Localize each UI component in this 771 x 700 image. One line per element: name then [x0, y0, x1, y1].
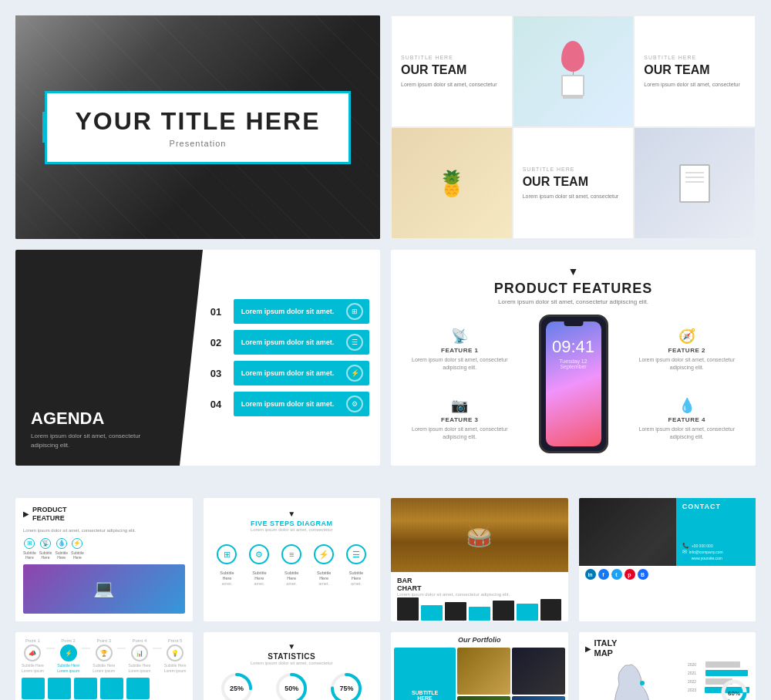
- sf-step-circle-5: ☰: [346, 544, 366, 564]
- pf-feature-1-desc: Lorem ipsum dolor sit amet, consectetur …: [406, 356, 513, 372]
- timeline-label-2: Point 2: [61, 638, 76, 643]
- phone-screen: 09:41 Tuesday 12 September: [546, 321, 601, 446]
- teal-bar-1: [22, 678, 45, 699]
- sf-product-desc: Lorem ipsum dolor sit amet, consectetur …: [23, 527, 185, 533]
- agenda-right-panel: 01 Lorem ipsum dolor sit amet. ⊞ 02 Lore…: [180, 250, 380, 466]
- sf-bar-1: [397, 597, 419, 621]
- agenda-left-panel: AGENDA Lorem ipsum dolor sit amet, conse…: [15, 250, 180, 466]
- sf-portfolio-title: Our Portfolio: [391, 632, 568, 648]
- timeline-label-5: Point 5: [168, 638, 183, 643]
- pf-header: ▼ PRODUCT FEATURES Lorem ipsum dolor sit…: [406, 265, 740, 305]
- stat-item-2: 50% Subtitle Here: [274, 671, 308, 700]
- sf-product-content: ▶ PRODUCTFEATURE Lorem ipsum dolor sit a…: [15, 498, 193, 621]
- pf-features-left: 📡 FEATURE 1 Lorem ipsum dolor sit amet, …: [406, 315, 513, 453]
- sf-step-label-3: SubtitleHereamet.: [278, 570, 305, 587]
- agenda-item-4: 04 Lorem ipsum dolor sit amet. ⚙: [210, 392, 369, 416]
- sf-map-title: ITALYMAP: [594, 638, 618, 658]
- sf-map-body: 2020 2021 2022 2023 Lorem ipsum dolor si…: [585, 661, 750, 700]
- sf-stats-header: ▼ STATISTICS Lorem ipsum dolor sit amet,…: [210, 638, 375, 665]
- sf-barchart-title: BARCHART: [397, 577, 562, 592]
- team-cell-3-text: SUBTITLE HERE OUR TEAM Lorem ipsum dolor…: [635, 16, 755, 126]
- stats-title: STATISTICS: [210, 652, 375, 661]
- stat-item-1: 25% Subtitle Here: [220, 671, 254, 700]
- sf-product-item-3-label: SubtitleHere: [55, 550, 68, 560]
- agenda-num-4: 04: [210, 399, 227, 410]
- stats-subtitle: Lorem ipsum dolor sit amet, consectetur: [210, 661, 375, 665]
- barchart-bg-icon: 🥁: [466, 523, 493, 548]
- slide-bar-chart: 🥁 BARCHART Lorem ipsum dolor sit amet, c…: [391, 498, 568, 621]
- facebook-icon: f: [598, 569, 609, 580]
- slide-subtitle: Presentation: [75, 139, 320, 148]
- slide-product-feature-small: ▶ PRODUCTFEATURE Lorem ipsum dolor sit a…: [15, 498, 193, 621]
- timeline-connector-3: [117, 648, 126, 649]
- stat-circle-3: 75%: [329, 671, 363, 700]
- sf-product-item-4: ⚡ SubtitleHere: [71, 538, 84, 560]
- agenda-bar-text-2: Lorem ipsum dolor sit amet.: [241, 338, 335, 346]
- sf-barchart-content: 🥁 BARCHART Lorem ipsum dolor sit amet, c…: [391, 498, 568, 621]
- agenda-icon-2: ☰: [346, 334, 363, 351]
- sf-social-icons: in f t p B: [579, 566, 756, 583]
- agenda-num-3: 03: [210, 368, 227, 379]
- sf-bar-6: [517, 604, 538, 621]
- balloon-scene: [561, 41, 584, 96]
- accent-bar: [42, 112, 45, 143]
- sf-product-item-1: ⊞ SubtitleHere: [23, 538, 36, 560]
- slide-main-title: YOUR TITLE HERE: [75, 107, 320, 136]
- slide-our-team: SUBTITLE HERE OUR TEAM Lorem ipsum dolor…: [391, 15, 756, 239]
- team-desc-5: Lorem ipsum dolor sit amet, consectetur: [523, 193, 625, 200]
- team-title-3: OUR TEAM: [644, 63, 746, 77]
- team-title-5: OUR TEAM: [523, 175, 625, 189]
- sf-portfolio-img-1: [457, 648, 510, 695]
- slide-timeline: Point 1 📣 Subtitle HereLorem ipsum Point…: [15, 632, 193, 700]
- sf-product-item-3: 💧 SubtitleHere: [55, 538, 68, 560]
- agenda-num-1: 01: [210, 306, 227, 318]
- team-subtitle-3: SUBTITLE HERE: [644, 55, 746, 60]
- pf-title: PRODUCT FEATURES: [406, 281, 740, 297]
- timeline-step-3: Point 3 🏆 Subtitle HereLorem ipsum: [93, 638, 115, 673]
- slide-title: YOUR TITLE HERE Presentation: [15, 15, 380, 239]
- timeline-sublabel-1: Subtitle HereLorem ipsum: [22, 663, 44, 673]
- sf-map-bar-label-4: 2023: [688, 688, 702, 692]
- pf-feature-4-icon: 💧: [634, 397, 741, 414]
- slide-product-features: ▼ PRODUCT FEATURES Lorem ipsum dolor sit…: [391, 250, 756, 466]
- agenda-left-text: AGENDA Lorem ipsum dolor sit amet, conse…: [31, 409, 164, 450]
- team-cell-5-text: SUBTITLE HERE OUR TEAM Lorem ipsum dolor…: [513, 128, 634, 238]
- map-donut-area: 60%: [720, 678, 748, 700]
- map-arrow-icon: ▶: [585, 644, 591, 653]
- title-box: YOUR TITLE HERE Presentation: [45, 91, 350, 164]
- pf-feature-2-name: FEATURE 2: [634, 347, 741, 354]
- phone-time: 09:41: [546, 337, 601, 357]
- teal-bar-4: [100, 678, 123, 699]
- sf-contact-img: CONTACT 📞 +00 000 000 ✉ info@company.com…: [579, 498, 756, 566]
- italy-svg: [610, 661, 656, 700]
- sf-steps-content: ▼ FIVE STEPS DIAGRAM Lorem ipsum dolor s…: [204, 498, 381, 621]
- timeline-bars-teal: [22, 678, 187, 699]
- sf-bar-4: [469, 607, 490, 621]
- sf-contact-phone: +00 000 000: [692, 544, 713, 548]
- pf-feature-3: 📷 FEATURE 3 Lorem ipsum dolor sit amet, …: [406, 397, 513, 441]
- phone-device: 09:41 Tuesday 12 September: [539, 315, 608, 453]
- timeline-sublabel-2: Subtitle HereLorem ipsum: [57, 663, 79, 673]
- sf-step-circle-2: ⚙: [249, 544, 269, 564]
- pf-feature-1: 📡 FEATURE 1 Lorem ipsum dolor sit amet, …: [406, 328, 513, 372]
- phone-icon: 📞: [682, 543, 689, 549]
- agenda-triangle: [180, 250, 203, 466]
- teal-bar-3: [74, 678, 97, 699]
- agenda-bar-2: Lorem ipsum dolor sit amet. ☰: [234, 330, 369, 355]
- agenda-bar-text-1: Lorem ipsum dolor sit amet.: [241, 308, 335, 315]
- sf-product-title: PRODUCTFEATURE: [32, 506, 67, 523]
- agenda-icon-3: ⚡: [346, 365, 363, 382]
- sf-product-item-3-icon: 💧: [56, 538, 67, 549]
- timeline-step-5: Point 5 💡 Subtitle HereLorem ipsum: [164, 638, 187, 673]
- sf-contact-teal-panel: CONTACT 📞 +00 000 000 ✉ info@company.com…: [676, 498, 756, 566]
- pf-feature-3-name: FEATURE 3: [406, 416, 513, 423]
- sf-steps-arrow-icon: ▼: [288, 510, 295, 518]
- teal-bar-5: [126, 678, 150, 699]
- timeline-circle-1: 📣: [24, 644, 41, 661]
- stat-circle-2: 50%: [274, 671, 308, 700]
- sf-map-bar-1: [705, 661, 740, 668]
- sf-product-item-4-label: SubtitleHere: [71, 550, 84, 560]
- linkedin-icon: in: [585, 569, 596, 580]
- sf-map-bar-label-1: 2020: [688, 662, 703, 667]
- sf-barchart-subtitle: Lorem ipsum dolor sit amet, consectetur …: [397, 592, 562, 598]
